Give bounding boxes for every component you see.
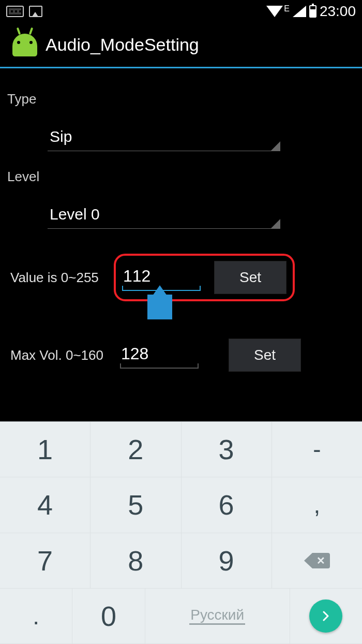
- numeric-keyboard: 1 2 3 - 4 5 6 , 7 8 9 ✕ . 0 Русский: [0, 421, 362, 644]
- content: Type Sip Level Level 0 Value is 0~255 Se…: [0, 68, 362, 372]
- maxvol-row: Max Vol. 0~160 Set: [7, 339, 355, 372]
- signal-icon: [293, 6, 306, 17]
- key-2[interactable]: 2: [90, 422, 181, 477]
- key-0[interactable]: 0: [72, 589, 145, 644]
- maxvol-input-wrap: [120, 342, 199, 369]
- text-cursor-handle[interactable]: [147, 295, 172, 319]
- backspace-icon: ✕: [304, 553, 330, 568]
- value-set-button[interactable]: Set: [214, 261, 286, 294]
- network-type: E: [284, 4, 290, 13]
- battery-icon: [309, 5, 316, 18]
- key-8[interactable]: 8: [90, 533, 181, 589]
- key-1[interactable]: 1: [0, 422, 90, 477]
- key-9[interactable]: 9: [182, 533, 272, 589]
- value-input-wrap: [122, 265, 201, 291]
- key-4[interactable]: 4: [0, 477, 90, 533]
- keyboard-icon: [6, 6, 24, 17]
- key-dot[interactable]: .: [0, 589, 72, 644]
- maxvol-set-button[interactable]: Set: [229, 339, 301, 372]
- level-label: Level: [7, 169, 355, 185]
- wifi-icon: [266, 6, 283, 17]
- key-5[interactable]: 5: [90, 477, 181, 533]
- level-spinner[interactable]: Level 0: [48, 203, 280, 229]
- key-backspace[interactable]: ✕: [272, 533, 362, 589]
- status-bar: E 23:00: [0, 0, 362, 23]
- type-label: Type: [7, 91, 355, 107]
- value-label: Value is 0~255: [7, 270, 110, 286]
- chevron-right-icon: [309, 599, 342, 633]
- type-spinner[interactable]: Sip: [48, 126, 280, 151]
- highlight-box: Set: [114, 254, 295, 301]
- key-7[interactable]: 7: [0, 533, 90, 589]
- key-3[interactable]: 3: [182, 422, 272, 477]
- key-comma[interactable]: ,: [272, 477, 362, 533]
- key-language[interactable]: Русский: [145, 589, 290, 644]
- clock: 23:00: [320, 3, 356, 20]
- key-dash[interactable]: -: [272, 422, 362, 477]
- maxvol-label: Max Vol. 0~160: [7, 347, 110, 363]
- value-row: Value is 0~255 Set: [7, 254, 355, 301]
- key-enter[interactable]: [290, 589, 362, 644]
- maxvol-input[interactable]: [120, 342, 199, 369]
- page-title: Audio_ModeSetting: [46, 35, 199, 55]
- action-bar: Audio_ModeSetting: [0, 23, 362, 68]
- android-icon: [12, 34, 37, 56]
- key-6[interactable]: 6: [182, 477, 272, 533]
- image-icon: [29, 6, 42, 17]
